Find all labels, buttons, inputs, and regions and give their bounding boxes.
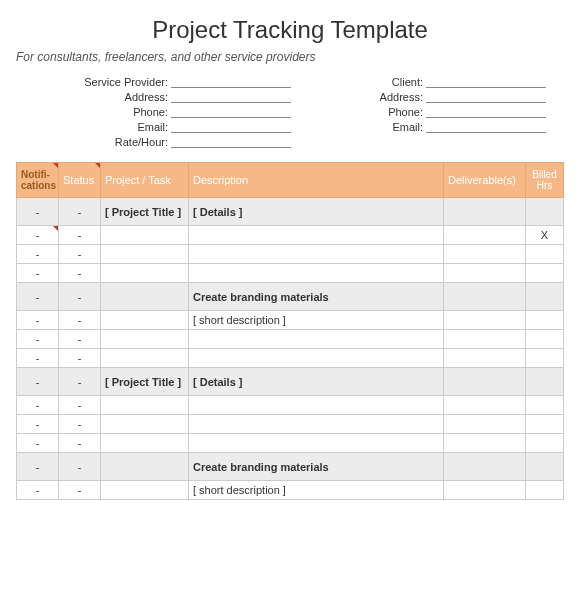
info-input-line[interactable] (171, 134, 291, 148)
cell-project[interactable] (101, 453, 189, 481)
cell-deliverables[interactable] (444, 245, 526, 264)
cell-deliverables[interactable] (444, 481, 526, 500)
cell-notif[interactable]: - (17, 434, 59, 453)
cell-notif[interactable]: - (17, 330, 59, 349)
info-input-line[interactable] (426, 74, 546, 88)
info-label: Email: (76, 121, 171, 133)
cell-project[interactable] (101, 226, 189, 245)
cell-status[interactable]: - (59, 311, 101, 330)
cell-project[interactable] (101, 481, 189, 500)
cell-billed[interactable] (526, 415, 564, 434)
cell-project[interactable] (101, 245, 189, 264)
cell-deliverables[interactable] (444, 453, 526, 481)
info-input-line[interactable] (171, 119, 291, 133)
cell-project[interactable] (101, 434, 189, 453)
cell-billed[interactable] (526, 198, 564, 226)
cell-status[interactable]: - (59, 330, 101, 349)
cell-status[interactable]: - (59, 264, 101, 283)
info-row: Service Provider: (76, 74, 291, 88)
cell-status[interactable]: - (59, 453, 101, 481)
cell-billed[interactable] (526, 396, 564, 415)
cell-description[interactable] (189, 434, 444, 453)
cell-description[interactable]: [ short description ] (189, 481, 444, 500)
cell-status[interactable]: - (59, 349, 101, 368)
cell-project[interactable]: [ Project Title ] (101, 368, 189, 396)
cell-status[interactable]: - (59, 226, 101, 245)
cell-description[interactable] (189, 396, 444, 415)
cell-billed[interactable] (526, 283, 564, 311)
cell-billed[interactable] (526, 481, 564, 500)
cell-project[interactable] (101, 311, 189, 330)
cell-description[interactable]: [ Details ] (189, 368, 444, 396)
cell-deliverables[interactable] (444, 330, 526, 349)
info-input-line[interactable] (171, 89, 291, 103)
cell-description[interactable] (189, 264, 444, 283)
cell-status[interactable]: - (59, 434, 101, 453)
cell-description[interactable]: [ short description ] (189, 311, 444, 330)
cell-deliverables[interactable] (444, 264, 526, 283)
cell-notif[interactable]: - (17, 245, 59, 264)
cell-project[interactable] (101, 264, 189, 283)
cell-project[interactable] (101, 330, 189, 349)
cell-notif[interactable]: - (17, 226, 59, 245)
cell-billed[interactable] (526, 453, 564, 481)
cell-description[interactable]: [ Details ] (189, 198, 444, 226)
cell-notif[interactable]: - (17, 415, 59, 434)
cell-billed[interactable] (526, 349, 564, 368)
cell-deliverables[interactable] (444, 349, 526, 368)
cell-notif[interactable]: - (17, 349, 59, 368)
info-input-line[interactable] (426, 119, 546, 133)
cell-notif[interactable]: - (17, 453, 59, 481)
cell-notif[interactable]: - (17, 311, 59, 330)
cell-description[interactable] (189, 349, 444, 368)
cell-description[interactable] (189, 226, 444, 245)
cell-billed[interactable] (526, 264, 564, 283)
cell-status[interactable]: - (59, 415, 101, 434)
cell-description[interactable] (189, 330, 444, 349)
cell-notif[interactable]: - (17, 198, 59, 226)
info-input-line[interactable] (426, 104, 546, 118)
cell-billed[interactable]: X (526, 226, 564, 245)
info-row: Phone: (331, 104, 546, 118)
cell-billed[interactable] (526, 434, 564, 453)
cell-description[interactable] (189, 245, 444, 264)
cell-status[interactable]: - (59, 368, 101, 396)
table-row: --[ short description ] (17, 311, 564, 330)
info-input-line[interactable] (171, 74, 291, 88)
cell-billed[interactable] (526, 311, 564, 330)
cell-description[interactable]: Create branding materials (189, 453, 444, 481)
cell-deliverables[interactable] (444, 415, 526, 434)
cell-status[interactable]: - (59, 396, 101, 415)
cell-status[interactable]: - (59, 481, 101, 500)
cell-notif[interactable]: - (17, 283, 59, 311)
cell-billed[interactable] (526, 330, 564, 349)
cell-notif[interactable]: - (17, 368, 59, 396)
cell-project[interactable] (101, 396, 189, 415)
cell-status[interactable]: - (59, 198, 101, 226)
cell-notif[interactable]: - (17, 396, 59, 415)
info-label: Email: (331, 121, 426, 133)
cell-notif[interactable]: - (17, 264, 59, 283)
cell-billed[interactable] (526, 368, 564, 396)
cell-status[interactable]: - (59, 283, 101, 311)
cell-project[interactable] (101, 349, 189, 368)
cell-deliverables[interactable] (444, 396, 526, 415)
cell-deliverables[interactable] (444, 226, 526, 245)
cell-deliverables[interactable] (444, 198, 526, 226)
info-input-line[interactable] (426, 89, 546, 103)
cell-billed[interactable] (526, 245, 564, 264)
cell-deliverables[interactable] (444, 311, 526, 330)
cell-status[interactable]: - (59, 245, 101, 264)
cell-description[interactable] (189, 415, 444, 434)
table-row: -- (17, 349, 564, 368)
cell-project[interactable] (101, 415, 189, 434)
cell-project[interactable]: [ Project Title ] (101, 198, 189, 226)
cell-notif[interactable]: - (17, 481, 59, 500)
cell-deliverables[interactable] (444, 368, 526, 396)
cell-deliverables[interactable] (444, 434, 526, 453)
cell-project[interactable] (101, 283, 189, 311)
info-input-line[interactable] (171, 104, 291, 118)
col-project: Project / Task (101, 163, 189, 198)
cell-deliverables[interactable] (444, 283, 526, 311)
cell-description[interactable]: Create branding materials (189, 283, 444, 311)
